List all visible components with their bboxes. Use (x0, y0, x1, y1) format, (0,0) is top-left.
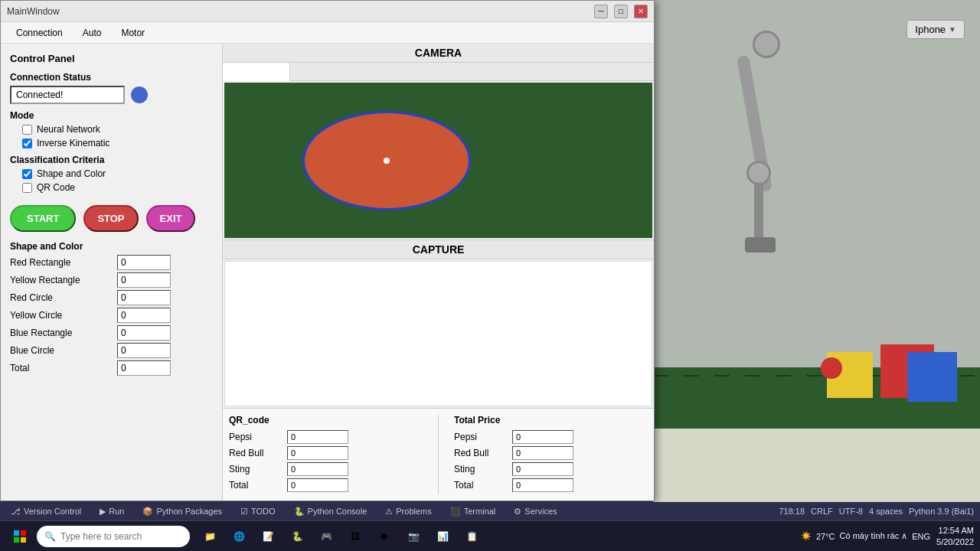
qr-row-label: Total (229, 480, 283, 491)
terminal-status[interactable]: ⬛ Terminal (446, 505, 501, 518)
python-version-info: Python 3.9 (Bai1) (909, 507, 974, 516)
shape-row: Blue Circle (10, 343, 213, 358)
box-blue (907, 352, 957, 402)
panel-title: Control Panel (10, 53, 213, 64)
exit-button[interactable]: EXIT (146, 205, 196, 232)
shape-row-label: Yellow Circle (10, 310, 117, 321)
shape-color-checkbox[interactable] (22, 169, 32, 179)
conveyor-object-circle (821, 357, 842, 379)
shape-row-input-6[interactable] (117, 360, 171, 376)
iphone-selector[interactable]: Iphone ▼ (906, 20, 965, 39)
price-row-label: Red Bull (454, 448, 508, 458)
qr-code-checkbox[interactable] (22, 183, 32, 193)
qr-row-input-3[interactable] (287, 478, 348, 492)
close-button[interactable]: ✕ (634, 5, 648, 18)
connection-status-row (10, 86, 213, 104)
maximize-button[interactable]: □ (614, 5, 628, 18)
arm-joint2 (746, 161, 771, 185)
menu-motor[interactable]: Motor (112, 24, 154, 41)
shape-row-input-3[interactable] (117, 308, 171, 323)
line-col-info: 718:18 (779, 507, 805, 516)
inverse-kinematic-row: Inverse Kinematic (22, 138, 213, 148)
price-data-row: Red Bull (454, 446, 648, 460)
todo-status[interactable]: ☑ TODO (236, 505, 280, 518)
connection-status-label: Connection Status (10, 72, 213, 83)
shape-row-label: Yellow Rectangle (10, 275, 117, 285)
qr-row-input-2[interactable] (287, 462, 348, 476)
camera-header: CAMERA (223, 44, 654, 63)
qr-row-label: Red Bull (229, 448, 283, 458)
shape-row-label: Red Rectangle (10, 257, 117, 268)
shape-row-input-5[interactable] (117, 343, 171, 358)
qr-data-row: Pepsi (229, 430, 423, 444)
price-row-input-2[interactable] (512, 462, 573, 476)
qr-row-input-1[interactable] (287, 446, 348, 460)
shape-color-section-title: Shape and Color (10, 241, 213, 252)
shape-row: Total (10, 360, 213, 376)
price-row-input-0[interactable] (512, 430, 573, 444)
qr-data-row: Sting (229, 462, 423, 476)
robot-arm-area (699, 31, 852, 245)
inverse-kinematic-label: Inverse Kinematic (37, 138, 109, 148)
camera-tab-1[interactable] (223, 63, 290, 81)
menu-connection[interactable]: Connection (7, 24, 72, 41)
mode-label: Mode (10, 110, 213, 121)
capture-view (224, 261, 652, 406)
services-status[interactable]: ⚙ Services (509, 505, 561, 518)
ide-status-bar: ⎇ Version Control ▶ Run 📦 Python Package… (0, 502, 980, 520)
app-content: Control Panel Connection Status Mode Neu… (1, 44, 654, 500)
price-row-input-1[interactable] (512, 446, 573, 460)
python-console-status[interactable]: 🐍 Python Console (289, 505, 372, 518)
problems-icon: ⚠ (385, 507, 393, 517)
packages-icon: 📦 (142, 507, 153, 517)
total-price-column: Total Price Pepsi Red Bull Sting Total (454, 415, 648, 494)
terminal-label: Terminal (464, 507, 496, 516)
shape-row-input-2[interactable] (117, 290, 171, 305)
minimize-button[interactable]: ─ (594, 5, 608, 18)
price-row-label: Sting (454, 464, 508, 474)
problems-status[interactable]: ⚠ Problems (381, 505, 436, 518)
start-button[interactable]: START (10, 205, 76, 232)
indent-info: 4 spaces (869, 507, 903, 516)
arm-joint1 (753, 31, 780, 58)
menu-auto[interactable]: Auto (74, 24, 111, 41)
qr-code-column: QR_code Pepsi Red Bull Sting Total (229, 415, 423, 494)
shape-row-input-0[interactable] (117, 255, 171, 270)
run-label: Run (109, 507, 124, 516)
price-row-input-3[interactable] (512, 478, 573, 492)
shape-row-label: Blue Rectangle (10, 328, 117, 338)
shape-row-input-1[interactable] (117, 272, 171, 288)
neural-network-checkbox[interactable] (22, 125, 32, 135)
data-divider (438, 415, 439, 494)
encoding-info: UTF-8 (839, 507, 863, 516)
ellipse-center-dot (384, 158, 390, 164)
run-status[interactable]: ▶ Run (95, 505, 129, 518)
python-packages-status[interactable]: 📦 Python Packages (138, 505, 227, 518)
qr-row-input-0[interactable] (287, 430, 348, 444)
connection-indicator (131, 86, 148, 103)
inverse-kinematic-checkbox[interactable] (22, 139, 32, 148)
console-icon: 🐍 (294, 507, 305, 517)
qr-code-title: QR_code (229, 415, 423, 425)
robot-panel: Iphone ▼ (653, 0, 980, 520)
shape-color-label: Shape and Color (37, 168, 106, 179)
version-control-status[interactable]: ⎇ Version Control (6, 505, 86, 518)
shape-row-label: Blue Circle (10, 345, 117, 356)
action-buttons: START STOP EXIT (10, 205, 213, 232)
crlf-info: CRLF (811, 507, 833, 516)
shape-row: Yellow Circle (10, 308, 213, 323)
git-icon: ⎇ (11, 507, 21, 517)
shape-row: Red Circle (10, 290, 213, 305)
shape-row: Red Rectangle (10, 255, 213, 270)
title-bar: MainWindow ─ □ ✕ (1, 1, 654, 22)
stop-button[interactable]: STOP (83, 205, 138, 232)
run-icon: ▶ (100, 507, 106, 517)
version-control-label: Version Control (24, 507, 81, 516)
shape-row: Yellow Rectangle (10, 272, 213, 288)
iphone-dropdown-arrow: ▼ (949, 25, 956, 34)
neural-network-label: Neural Network (37, 124, 100, 135)
services-label: Services (524, 507, 557, 516)
price-row-label: Total (454, 480, 508, 491)
connection-status-input[interactable] (10, 86, 125, 104)
shape-row-input-4[interactable] (117, 325, 171, 341)
